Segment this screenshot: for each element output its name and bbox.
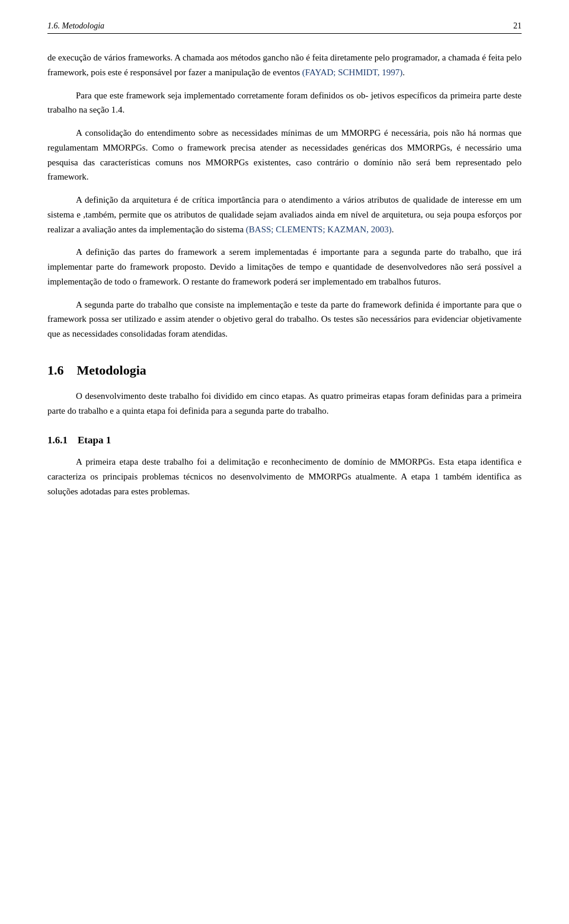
paragraph-2: Para que este framework seja implementad…: [47, 88, 522, 118]
cite-fayad: (FAYAD; SCHMIDT, 1997): [302, 68, 402, 77]
cite-bass: (BASS; CLEMENTS; KAZMAN, 2003): [246, 225, 392, 234]
section-161-paragraph: A primeira etapa deste trabalho foi a de…: [47, 455, 522, 498]
section-161-number: 1.6.1: [47, 434, 68, 446]
paragraph-3: A consolidação do entendimento sobre as …: [47, 126, 522, 184]
section-161-heading: 1.6.1 Etapa 1: [47, 434, 522, 446]
section-16-label: Metodologia: [77, 363, 146, 378]
page-header: 1.6. Metodologia 21: [47, 21, 522, 34]
paragraph-4: A definição da arquitetura é de crítica …: [47, 193, 522, 236]
section-16-paragraph: O desenvolvimento deste trabalho foi div…: [47, 389, 522, 418]
section-16-title: 1.6 Metodologia: [47, 363, 522, 378]
content-area: de execução de vários frameworks. A cham…: [47, 50, 522, 499]
section-16-heading: 1.6 Metodologia: [47, 363, 522, 378]
paragraph-1: de execução de vários frameworks. A cham…: [47, 50, 522, 80]
header-chapter-title: 1.6. Metodologia: [47, 21, 104, 31]
page: 1.6. Metodologia 21 de execução de vário…: [0, 0, 569, 924]
paragraph-6: A segunda parte do trabalho que consiste…: [47, 298, 522, 341]
paragraph-5: A definição das partes do framework a se…: [47, 245, 522, 289]
page-number: 21: [513, 21, 522, 31]
section-161-label: Etapa 1: [78, 434, 111, 446]
section-161-title: 1.6.1 Etapa 1: [47, 434, 522, 446]
section-16-number: 1.6: [47, 363, 64, 378]
